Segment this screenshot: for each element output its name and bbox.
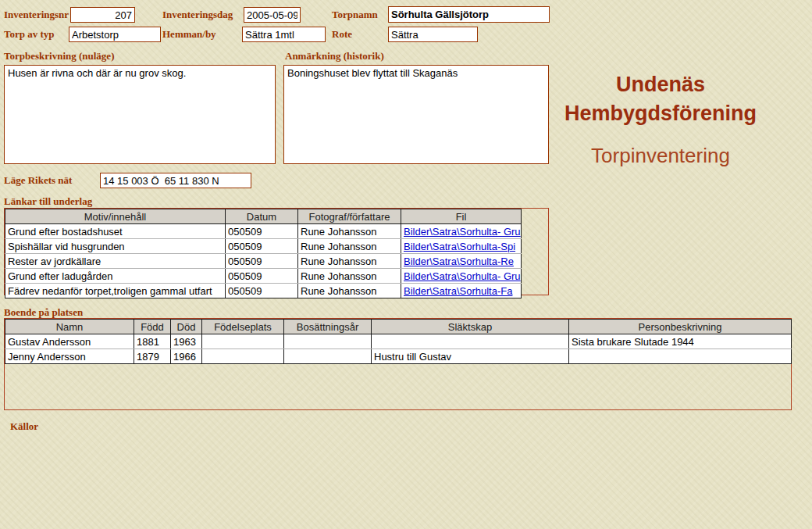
links-table-row: Fädrev nedanför torpet,troligen gammal u… bbox=[5, 284, 522, 298]
links-col-fil: Fil bbox=[401, 209, 522, 224]
cell-datum[interactable]: 050509 bbox=[226, 224, 298, 239]
residents-subform-frame: Namn Född Död Födelseplats Bosättningsår… bbox=[4, 318, 792, 410]
cell-fodd[interactable]: 1879 bbox=[134, 349, 171, 364]
links-col-motiv: Motiv/innehåll bbox=[5, 209, 226, 224]
org-title: Undenäs Hembygdsförening bbox=[547, 70, 775, 128]
cell-fotograf[interactable]: Rune Johansson bbox=[298, 284, 401, 298]
torpinventering-form: Inventeringsnr Inventeringsdag Torpnamn … bbox=[0, 0, 812, 529]
cell-datum[interactable]: 050509 bbox=[226, 269, 298, 284]
links-table-row: Spishällar vid husgrunden 050509 Rune Jo… bbox=[5, 239, 522, 254]
cell-motiv[interactable]: Grund efter ladugården bbox=[5, 269, 226, 284]
residents-col-fodelseplats: Födelseplats bbox=[202, 320, 284, 334]
inventeringsnr-input[interactable] bbox=[70, 7, 135, 23]
lage-rikets-nat-input[interactable] bbox=[100, 173, 251, 188]
cell-slaktskap[interactable]: Hustru till Gustav bbox=[372, 349, 569, 364]
cell-motiv[interactable]: Spishällar vid husgrunden bbox=[5, 239, 226, 254]
file-link[interactable]: Bilder\Satra\Sorhulta-Spi bbox=[404, 241, 515, 252]
cell-fil: Bilder\Satra\Sorhulta-Spi bbox=[401, 239, 522, 254]
file-link[interactable]: Bilder\Satra\Sorhulta- Gru bbox=[404, 270, 521, 282]
residents-col-fodd: Född bbox=[134, 320, 171, 334]
cell-bosattningsar[interactable] bbox=[284, 334, 372, 349]
cell-fodelseplats[interactable] bbox=[202, 349, 284, 364]
rote-label: Rote bbox=[332, 28, 352, 41]
cell-fodelseplats[interactable] bbox=[202, 334, 284, 349]
torpnamn-label: Torpnamn bbox=[332, 9, 378, 21]
links-col-fotograf: Fotograf/författare bbox=[298, 209, 401, 224]
cell-fotograf[interactable]: Rune Johansson bbox=[298, 224, 401, 239]
torpbeskrivning-textarea[interactable]: Husen är rivna och där är nu grov skog. bbox=[4, 65, 276, 164]
sources-section-heading: Källor bbox=[10, 420, 38, 433]
cell-fotograf[interactable]: Rune Johansson bbox=[298, 269, 401, 284]
cell-fil: Bilder\Satra\Sorhulta- Gru bbox=[401, 224, 522, 239]
cell-fotograf[interactable]: Rune Johansson bbox=[298, 239, 401, 254]
cell-datum[interactable]: 050509 bbox=[226, 284, 298, 298]
links-header-row: Motiv/innehåll Datum Fotograf/författare… bbox=[5, 209, 522, 224]
cell-bosattningsar[interactable] bbox=[284, 349, 372, 364]
cell-dod[interactable]: 1966 bbox=[171, 349, 202, 364]
form-subtitle: Torpinventering bbox=[547, 144, 775, 168]
residents-table-row: Gustav Andersson 1881 1963 Sista brukare… bbox=[5, 334, 792, 349]
torp-av-typ-label: Torp av typ bbox=[4, 28, 55, 41]
links-table-row: Grund efter bostadshuset 050509 Rune Joh… bbox=[5, 224, 522, 239]
cell-fil: Bilder\Satra\Sorhulta-Re bbox=[401, 254, 522, 269]
cell-datum[interactable]: 050509 bbox=[226, 239, 298, 254]
links-section-heading: Länkar till underlag bbox=[4, 195, 92, 208]
cell-fil: Bilder\Satra\Sorhulta-Fa bbox=[401, 284, 522, 298]
cell-personbeskrivning[interactable] bbox=[569, 349, 792, 364]
cell-motiv[interactable]: Fädrev nedanför torpet,troligen gammal u… bbox=[5, 284, 226, 298]
residents-table-row: Jenny Andersson 1879 1966 Hustru till Gu… bbox=[5, 349, 792, 364]
links-table: Motiv/innehåll Datum Fotograf/författare… bbox=[5, 209, 522, 298]
residents-header-row: Namn Född Död Födelseplats Bosättningsår… bbox=[5, 320, 792, 334]
residents-section-heading: Boende på platsen bbox=[4, 306, 83, 319]
torp-av-typ-input[interactable] bbox=[69, 27, 161, 42]
org-title-line1: Undenäs bbox=[547, 70, 775, 99]
cell-datum[interactable]: 050509 bbox=[226, 254, 298, 269]
hemman-by-input[interactable] bbox=[242, 27, 326, 42]
links-subform-frame: Motiv/innehåll Datum Fotograf/författare… bbox=[4, 208, 549, 295]
anmarkning-label: Anmärkning (historik) bbox=[285, 50, 384, 63]
cell-fil: Bilder\Satra\Sorhulta- Gru bbox=[401, 269, 522, 284]
residents-table: Namn Född Död Födelseplats Bosättningsår… bbox=[5, 319, 792, 364]
torpnamn-input[interactable] bbox=[388, 6, 550, 23]
rote-input[interactable] bbox=[388, 27, 478, 42]
org-title-line2: Hembygdsförening bbox=[547, 99, 775, 128]
cell-personbeskrivning[interactable]: Sista brukare Slutade 1944 bbox=[569, 334, 792, 349]
cell-namn[interactable]: Gustav Andersson bbox=[5, 334, 134, 349]
cell-fotograf[interactable]: Rune Johansson bbox=[298, 254, 401, 269]
file-link[interactable]: Bilder\Satra\Sorhulta-Fa bbox=[404, 285, 512, 297]
file-link[interactable]: Bilder\Satra\Sorhulta- Gru bbox=[404, 226, 521, 238]
cell-fodd[interactable]: 1881 bbox=[134, 334, 171, 349]
inventeringsnr-label: Inventeringsnr bbox=[4, 9, 69, 21]
hemman-by-label: Hemman/by bbox=[162, 28, 216, 41]
torpbeskrivning-label: Torpbeskrivning (nuläge) bbox=[4, 50, 114, 63]
residents-col-personbeskrivning: Personbeskrivning bbox=[569, 320, 792, 334]
links-table-row: Rester av jordkällare 050509 Rune Johans… bbox=[5, 254, 522, 269]
links-col-datum: Datum bbox=[226, 209, 298, 224]
lage-rikets-nat-label: Läge Rikets nät bbox=[4, 174, 72, 187]
cell-motiv[interactable]: Rester av jordkällare bbox=[5, 254, 226, 269]
cell-slaktskap[interactable] bbox=[372, 334, 569, 349]
inventeringsdag-input[interactable] bbox=[244, 7, 301, 23]
residents-col-bosattningsar: Bosättningsår bbox=[284, 320, 372, 334]
cell-namn[interactable]: Jenny Andersson bbox=[5, 349, 134, 364]
anmarkning-textarea[interactable]: Boningshuset blev flyttat till Skaganäs bbox=[283, 65, 549, 164]
residents-col-slaktskap: Släktskap bbox=[372, 320, 569, 334]
cell-motiv[interactable]: Grund efter bostadshuset bbox=[5, 224, 226, 239]
links-table-row: Grund efter ladugården 050509 Rune Johan… bbox=[5, 269, 522, 284]
file-link[interactable]: Bilder\Satra\Sorhulta-Re bbox=[404, 256, 514, 267]
cell-dod[interactable]: 1963 bbox=[171, 334, 202, 349]
residents-col-dod: Död bbox=[171, 320, 202, 334]
residents-col-namn: Namn bbox=[5, 320, 134, 334]
inventeringsdag-label: Inventeringsdag bbox=[162, 9, 233, 21]
